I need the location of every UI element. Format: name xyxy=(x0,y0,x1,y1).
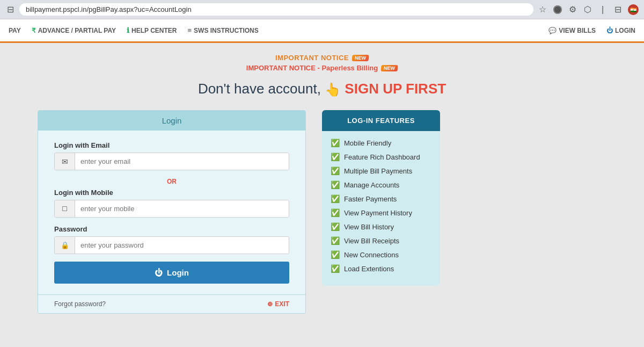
feature-item: ✅New Connections xyxy=(331,250,431,259)
signup-headline: Don't have account, 👆 SIGN UP FIRST xyxy=(198,81,446,97)
navbar-right: 💬 VIEW BILLS ⏻ LOGIN xyxy=(548,27,635,34)
help-center-label: HELP CENTER xyxy=(131,27,177,34)
feature-item: ✅View Bill History xyxy=(331,222,431,231)
feature-item: ✅Feature Rich Dashboard xyxy=(331,153,431,161)
login-button-label: Login xyxy=(167,268,189,277)
list-icon: ≡ xyxy=(188,26,192,34)
tabs-icon[interactable]: ⊟ xyxy=(5,5,15,15)
main-content: IMPORTANT NOTICE NEW IMPORTANT NOTICE - … xyxy=(0,43,644,347)
feature-item: ✅Load Extentions xyxy=(331,264,431,273)
check-icon: ✅ xyxy=(331,264,340,273)
power-btn-icon: ⏻ xyxy=(155,268,163,277)
separator-icon: | xyxy=(598,5,608,15)
power-icon: ⏻ xyxy=(606,27,613,34)
check-icon: ✅ xyxy=(331,139,340,147)
email-label: Login with Email xyxy=(54,141,289,149)
check-icon: ✅ xyxy=(331,236,340,245)
feature-item: ✅View Payment History xyxy=(331,208,431,217)
login-header-text: Login xyxy=(162,116,182,125)
view-bills-label: VIEW BILLS xyxy=(559,27,596,34)
feature-item: ✅Faster Payments xyxy=(331,194,431,203)
extensions-icon[interactable]: ⬡ xyxy=(583,5,592,15)
nav-pay[interactable]: PAY xyxy=(9,25,21,37)
signup-text[interactable]: SIGN UP FIRST xyxy=(345,81,446,97)
navbar-left: PAY ₹ ADVANCE / PARTIAL PAY ℹ HELP CENTE… xyxy=(9,24,548,37)
exit-circle-icon: ⊕ xyxy=(267,300,273,308)
svg-point-0 xyxy=(553,5,562,14)
notice-line-1: IMPORTANT NOTICE NEW xyxy=(246,54,398,62)
feature-label: View Payment History xyxy=(344,209,412,217)
page-row: Login Login with Email ✉ OR Login with M… xyxy=(27,110,617,314)
password-input[interactable] xyxy=(75,237,289,254)
password-label: Password xyxy=(54,225,289,233)
login-button[interactable]: ⏻ Login xyxy=(54,262,289,284)
mobile-input[interactable] xyxy=(75,200,289,217)
mobile-label: Login with Mobile xyxy=(54,189,289,197)
check-icon: ✅ xyxy=(331,250,340,259)
features-panel: LOG-IN FEATURES ✅Mobile Friendly✅Feature… xyxy=(322,110,440,286)
url-bar[interactable]: billpayment.pspcl.in/pgBillPay.aspx?uc=A… xyxy=(19,3,533,16)
check-icon: ✅ xyxy=(331,153,340,161)
check-icon: ✅ xyxy=(331,180,340,189)
feature-label: Feature Rich Dashboard xyxy=(344,153,420,161)
exit-button[interactable]: ⊕ EXIT xyxy=(267,300,289,308)
important-notice-text-1: IMPORTANT NOTICE xyxy=(275,54,349,62)
info-icon: ℹ xyxy=(127,26,129,34)
rupee-icon: ₹ xyxy=(32,27,36,34)
features-body: ✅Mobile Friendly✅Feature Rich Dashboard✅… xyxy=(322,131,440,286)
sws-label: SWS INSTRUCTIONS xyxy=(194,27,259,34)
navigation-bar: PAY ₹ ADVANCE / PARTIAL PAY ℹ HELP CENTE… xyxy=(0,19,644,43)
password-form-group: Password 🔒 xyxy=(54,225,289,254)
login-card: Login Login with Email ✉ OR Login with M… xyxy=(38,110,306,314)
tab-menu-icon[interactable]: ⊟ xyxy=(613,5,623,15)
settings-icon[interactable]: ⚙ xyxy=(568,5,577,15)
features-header: LOG-IN FEATURES xyxy=(322,110,440,131)
chat-icon: 💬 xyxy=(548,27,557,34)
nav-view-bills[interactable]: 💬 VIEW BILLS xyxy=(548,27,596,34)
email-input-wrapper: ✉ xyxy=(54,153,289,170)
password-input-wrapper: 🔒 xyxy=(54,236,289,254)
new-badge-1: NEW xyxy=(352,55,369,61)
lock-icon: 🔒 xyxy=(55,237,75,254)
important-notice-text-2: IMPORTANT NOTICE - Paperless Billing xyxy=(246,64,378,72)
or-divider: OR xyxy=(54,178,289,185)
feature-item: ✅Mobile Friendly xyxy=(331,139,431,147)
advance-pay-label: ADVANCE / PARTIAL PAY xyxy=(38,27,116,34)
email-input[interactable] xyxy=(75,153,289,170)
pay-label: PAY xyxy=(9,27,21,34)
check-icon: ✅ xyxy=(331,222,340,231)
feature-item: ✅Multiple Bill Payments xyxy=(331,167,431,175)
new-badge-2: NEW xyxy=(381,65,398,71)
email-icon: ✉ xyxy=(55,153,75,170)
browser-actions: ☆ ⚙ ⬡ | ⊟ 🇮🇳 xyxy=(538,4,639,15)
notices-section: IMPORTANT NOTICE NEW IMPORTANT NOTICE - … xyxy=(246,54,398,74)
notice-line-2: IMPORTANT NOTICE - Paperless Billing NEW xyxy=(246,64,398,72)
mobile-icon: ☐ xyxy=(55,200,75,217)
nav-advance-pay[interactable]: ₹ ADVANCE / PARTIAL PAY xyxy=(32,25,116,37)
nav-help-center[interactable]: ℹ HELP CENTER xyxy=(127,24,177,37)
email-form-group: Login with Email ✉ xyxy=(54,141,289,170)
bookmark-icon[interactable]: ☆ xyxy=(538,5,547,15)
feature-label: New Connections xyxy=(344,251,399,259)
feature-label: Load Extentions xyxy=(344,265,394,273)
login-card-header: Login xyxy=(38,111,305,131)
pointing-icon: 👆 xyxy=(325,82,341,97)
headline-prefix: Don't have account, xyxy=(198,81,321,97)
login-card-body: Login with Email ✉ OR Login with Mobile … xyxy=(38,131,305,294)
check-icon: ✅ xyxy=(331,194,340,203)
feature-label: View Bill History xyxy=(344,223,394,231)
user-avatar[interactable]: 🇮🇳 xyxy=(628,4,639,15)
feature-label: Mobile Friendly xyxy=(344,139,391,147)
svg-text:🇮🇳: 🇮🇳 xyxy=(630,6,637,13)
feature-item: ✅Manage Accounts xyxy=(331,180,431,189)
forgot-password-link[interactable]: Forgot password? xyxy=(54,300,106,308)
nav-login[interactable]: ⏻ LOGIN xyxy=(606,27,635,34)
feature-label: Faster Payments xyxy=(344,195,397,203)
feature-item: ✅View Bill Receipts xyxy=(331,236,431,245)
browser-chrome: ⊟ billpayment.pspcl.in/pgBillPay.aspx?uc… xyxy=(0,0,644,19)
nav-sws-instructions[interactable]: ≡ SWS INSTRUCTIONS xyxy=(188,24,259,37)
profile-circle-icon[interactable] xyxy=(553,5,562,15)
exit-label: EXIT xyxy=(275,300,289,308)
login-nav-label: LOGIN xyxy=(615,27,635,34)
feature-label: Multiple Bill Payments xyxy=(344,167,412,175)
